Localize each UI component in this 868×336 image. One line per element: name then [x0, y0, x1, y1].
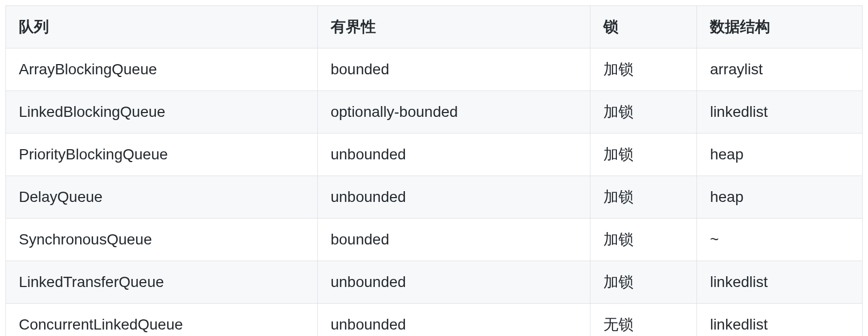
table-row: DelayQueue unbounded 加锁 heap — [6, 176, 863, 219]
cell-boundedness: optionally-bounded — [317, 91, 590, 134]
cell-lock: 加锁 — [590, 48, 697, 91]
header-datastructure: 数据结构 — [697, 6, 863, 48]
table-row: LinkedTransferQueue unbounded 加锁 linkedl… — [6, 261, 863, 304]
cell-boundedness: unbounded — [317, 261, 590, 304]
cell-datastructure: linkedlist — [697, 261, 863, 304]
cell-lock: 加锁 — [590, 219, 697, 261]
cell-datastructure: ~ — [697, 219, 863, 261]
header-lock: 锁 — [590, 6, 697, 48]
cell-boundedness: bounded — [317, 219, 590, 261]
header-queue: 队列 — [6, 6, 318, 48]
cell-boundedness: unbounded — [317, 176, 590, 219]
cell-boundedness: unbounded — [317, 134, 590, 176]
cell-queue: PriorityBlockingQueue — [6, 134, 318, 176]
cell-queue: ArrayBlockingQueue — [6, 48, 318, 91]
cell-queue: ConcurrentLinkedQueue — [6, 304, 318, 337]
cell-boundedness: unbounded — [317, 304, 590, 337]
cell-lock: 加锁 — [590, 91, 697, 134]
cell-lock: 无锁 — [590, 304, 697, 337]
cell-datastructure: linkedlist — [697, 91, 863, 134]
cell-datastructure: arraylist — [697, 48, 863, 91]
table-row: PriorityBlockingQueue unbounded 加锁 heap — [6, 134, 863, 176]
cell-queue: LinkedTransferQueue — [6, 261, 318, 304]
cell-queue: SynchronousQueue — [6, 219, 318, 261]
cell-boundedness: bounded — [317, 48, 590, 91]
cell-datastructure: heap — [697, 176, 863, 219]
cell-lock: 加锁 — [590, 176, 697, 219]
cell-queue: DelayQueue — [6, 176, 318, 219]
table-row: SynchronousQueue bounded 加锁 ~ — [6, 219, 863, 261]
cell-lock: 加锁 — [590, 134, 697, 176]
header-boundedness: 有界性 — [317, 6, 590, 48]
cell-queue: LinkedBlockingQueue — [6, 91, 318, 134]
table-row: ConcurrentLinkedQueue unbounded 无锁 linke… — [6, 304, 863, 337]
table-header-row: 队列 有界性 锁 数据结构 — [6, 6, 863, 48]
cell-datastructure: linkedlist — [697, 304, 863, 337]
cell-lock: 加锁 — [590, 261, 697, 304]
table-row: LinkedBlockingQueue optionally-bounded 加… — [6, 91, 863, 134]
cell-datastructure: heap — [697, 134, 863, 176]
queues-comparison-table: 队列 有界性 锁 数据结构 ArrayBlockingQueue bounded… — [5, 5, 863, 336]
table-row: ArrayBlockingQueue bounded 加锁 arraylist — [6, 48, 863, 91]
